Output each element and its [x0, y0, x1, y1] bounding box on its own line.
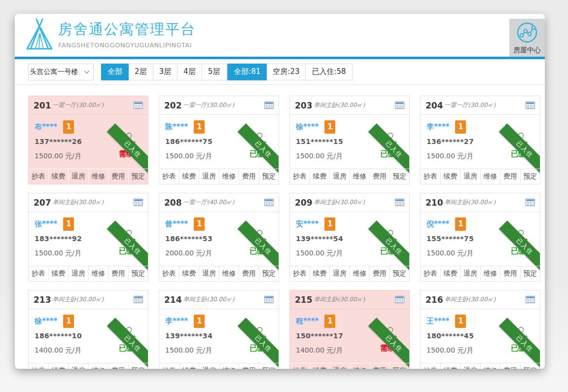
- room-action-button-5[interactable]: 预定: [390, 266, 410, 281]
- room-action-button-1[interactable]: 续费: [310, 363, 330, 369]
- room-action-button-3[interactable]: 维修: [88, 266, 108, 281]
- room-action-button-5[interactable]: 预定: [390, 169, 410, 184]
- room-action-button-3[interactable]: 维修: [350, 266, 370, 281]
- room-action-button-4[interactable]: 费用: [369, 169, 390, 184]
- room-detail-table-icon[interactable]: [134, 296, 143, 303]
- stat-tab-2[interactable]: 已入住:58: [305, 64, 352, 80]
- room-detail-table-icon[interactable]: [526, 102, 535, 109]
- room-detail-table-icon[interactable]: [395, 296, 404, 303]
- room-action-button-5[interactable]: 预定: [520, 169, 540, 184]
- room-action-button-1[interactable]: 续费: [440, 266, 461, 281]
- room-action-button-2[interactable]: 退房: [329, 266, 350, 281]
- room-card[interactable]: 203 单间主卧(30.00㎡) 徐**** 1 151*****: [289, 96, 410, 184]
- room-action-button-3[interactable]: 维修: [480, 266, 500, 281]
- room-action-button-3[interactable]: 维修: [480, 363, 500, 369]
- room-action-button-0[interactable]: 抄表: [159, 169, 179, 184]
- room-action-button-4[interactable]: 费用: [239, 169, 259, 184]
- room-detail-table-icon[interactable]: [526, 296, 535, 303]
- floor-tab-2[interactable]: 3层: [153, 64, 178, 80]
- room-detail-table-icon[interactable]: [395, 102, 404, 109]
- room-action-button-5[interactable]: 预定: [128, 363, 148, 369]
- room-action-button-1[interactable]: 续费: [440, 363, 461, 369]
- room-action-button-1[interactable]: 续费: [440, 169, 461, 184]
- room-action-button-5[interactable]: 预定: [520, 363, 540, 369]
- tenant-name[interactable]: 李****: [165, 317, 188, 326]
- room-action-button-1[interactable]: 续费: [179, 363, 199, 369]
- room-action-button-2[interactable]: 退房: [199, 169, 219, 184]
- room-detail-table-icon[interactable]: [526, 199, 535, 206]
- room-action-button-1[interactable]: 续费: [179, 169, 199, 184]
- stat-tab-0[interactable]: 全部:81: [227, 64, 267, 80]
- tenant-name[interactable]: 陈****: [165, 122, 188, 132]
- room-action-button-0[interactable]: 抄表: [29, 266, 48, 281]
- tenant-name[interactable]: 曾****: [165, 219, 188, 229]
- room-action-button-5[interactable]: 预定: [128, 266, 148, 281]
- tenant-name[interactable]: 徐****: [35, 317, 57, 326]
- tenant-name[interactable]: 张****: [35, 219, 57, 229]
- tenant-name[interactable]: 布****: [35, 122, 57, 132]
- floor-tab-3[interactable]: 4层: [177, 64, 202, 80]
- room-action-button-0[interactable]: 抄表: [421, 169, 440, 184]
- room-detail-table-icon[interactable]: [134, 102, 143, 109]
- room-action-button-4[interactable]: 费用: [369, 266, 390, 281]
- room-action-button-5[interactable]: 预定: [520, 266, 540, 281]
- room-card[interactable]: 202 一室一厅(30.00㎡) 陈**** 1 186*****: [159, 96, 279, 184]
- room-card[interactable]: 213 单间主卧(30.00㎡) 徐**** 1 186*****: [28, 290, 148, 369]
- room-action-button-1[interactable]: 续费: [310, 266, 330, 281]
- room-action-button-0[interactable]: 抄表: [290, 169, 310, 184]
- room-action-button-3[interactable]: 维修: [350, 363, 370, 369]
- room-action-button-4[interactable]: 费用: [108, 266, 128, 281]
- room-action-button-5[interactable]: 预定: [390, 363, 410, 369]
- room-action-button-3[interactable]: 维修: [480, 169, 500, 184]
- room-action-button-3[interactable]: 维修: [219, 266, 239, 281]
- tenant-name[interactable]: 李****: [426, 122, 449, 132]
- floor-tab-4[interactable]: 5层: [202, 64, 227, 80]
- room-action-button-4[interactable]: 费用: [500, 266, 520, 281]
- room-action-button-0[interactable]: 抄表: [421, 363, 440, 369]
- room-action-button-4[interactable]: 费用: [108, 363, 128, 369]
- room-action-button-2[interactable]: 退房: [329, 363, 350, 369]
- room-action-button-5[interactable]: 预定: [128, 169, 148, 184]
- room-action-button-0[interactable]: 抄表: [290, 266, 310, 281]
- room-action-button-5[interactable]: 预定: [259, 266, 279, 281]
- room-action-button-1[interactable]: 续费: [310, 169, 330, 184]
- room-detail-table-icon[interactable]: [395, 199, 404, 206]
- room-action-button-3[interactable]: 维修: [219, 363, 239, 369]
- room-action-button-2[interactable]: 退房: [199, 266, 219, 281]
- room-card[interactable]: 209 单间主卧(30.00㎡) 安**** 1 139*****: [289, 193, 410, 282]
- tenant-name[interactable]: 安****: [296, 219, 319, 229]
- house-center-nav[interactable]: 房屋中心: [509, 19, 545, 57]
- room-detail-table-icon[interactable]: [264, 199, 274, 206]
- room-card[interactable]: 216 单间主卧(30.00㎡) 王**** 1 180*****: [420, 290, 540, 369]
- room-card[interactable]: 210 单间主卧(30.00㎡) 倪**** 1 155*****: [420, 193, 540, 282]
- room-action-button-2[interactable]: 退房: [460, 169, 480, 184]
- room-action-button-2[interactable]: 退房: [68, 169, 88, 184]
- room-action-button-1[interactable]: 续费: [48, 266, 69, 281]
- room-action-button-4[interactable]: 费用: [108, 169, 128, 184]
- room-action-button-2[interactable]: 退房: [329, 169, 350, 184]
- room-action-button-2[interactable]: 退房: [460, 363, 480, 369]
- room-action-button-5[interactable]: 预定: [259, 169, 279, 184]
- room-card[interactable]: 207 单间主卧(30.00㎡) 张**** 1 183*****: [28, 193, 148, 282]
- room-action-button-1[interactable]: 续费: [48, 169, 69, 184]
- room-action-button-2[interactable]: 退房: [199, 363, 219, 369]
- room-action-button-4[interactable]: 费用: [239, 363, 259, 369]
- building-select[interactable]: 头宫公寓一号楼: [28, 64, 94, 80]
- tenant-name[interactable]: 徐****: [296, 122, 319, 132]
- room-action-button-2[interactable]: 退房: [460, 266, 480, 281]
- room-action-button-4[interactable]: 费用: [500, 363, 520, 369]
- room-card[interactable]: 214 单间主卧(30.00㎡) 李**** 1 139*****: [159, 290, 279, 369]
- room-card[interactable]: 208 一室一厅(40.00㎡) 曾**** 1 186*****: [159, 193, 279, 282]
- room-card[interactable]: 204 一室一厅(30.00㎡) 李**** 1 136*****: [420, 96, 540, 184]
- room-action-button-1[interactable]: 续费: [48, 363, 69, 369]
- room-action-button-3[interactable]: 维修: [219, 169, 239, 184]
- stat-tab-1[interactable]: 空房:23: [266, 64, 306, 80]
- room-card[interactable]: 201 一室一厅(30.00㎡) 布**** 1 137*****: [28, 96, 148, 184]
- tenant-name[interactable]: 程****: [296, 317, 319, 326]
- room-action-button-0[interactable]: 抄表: [421, 266, 440, 281]
- room-action-button-0[interactable]: 抄表: [159, 266, 179, 281]
- room-action-button-4[interactable]: 费用: [239, 266, 259, 281]
- room-action-button-3[interactable]: 维修: [350, 169, 370, 184]
- room-action-button-1[interactable]: 续费: [179, 266, 199, 281]
- tenant-name[interactable]: 王****: [426, 317, 449, 326]
